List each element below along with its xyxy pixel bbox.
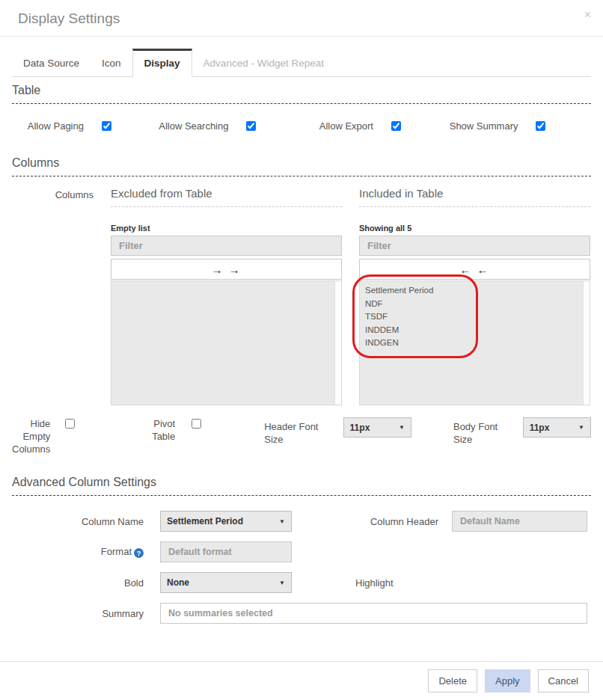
- move-all-right-button[interactable]: → →: [111, 259, 342, 280]
- apply-button[interactable]: Apply: [485, 669, 530, 693]
- section-divider: [12, 495, 591, 496]
- format-label: Format?: [12, 546, 160, 558]
- column-name-label: Column Name: [12, 516, 160, 527]
- close-icon[interactable]: ×: [584, 9, 591, 21]
- dual-list: Excluded from Table Empty list → → Inclu…: [111, 187, 591, 405]
- pivot-table-checkbox[interactable]: [192, 419, 201, 429]
- list-item[interactable]: INDDEM: [360, 324, 590, 337]
- body-font-size-label: Body Font Size: [453, 420, 508, 446]
- allow-paging-checkbox[interactable]: [102, 121, 111, 131]
- hide-empty-columns-checkbox[interactable]: [65, 419, 75, 429]
- excluded-filter-input[interactable]: [111, 236, 342, 256]
- included-filter-input[interactable]: [359, 236, 590, 256]
- excluded-status: Empty list: [111, 224, 342, 233]
- columns-row-label: Columns: [12, 187, 111, 405]
- dialog-title: Display Settings: [18, 10, 585, 27]
- excluded-list-wrap: [111, 280, 342, 405]
- included-list-wrap: Settlement Period NDF TSDF INDDEM INDGEN: [359, 280, 590, 405]
- list-item[interactable]: INDGEN: [360, 337, 590, 350]
- help-icon[interactable]: ?: [134, 548, 144, 558]
- allow-paging-label: Allow Paging: [12, 120, 102, 132]
- allow-paging-group: Allow Paging: [12, 120, 157, 132]
- column-name-row: Column Name Settlement Period ▼ Column H…: [12, 511, 591, 532]
- cancel-button[interactable]: Cancel: [538, 669, 589, 693]
- format-input[interactable]: [160, 541, 292, 562]
- columns-dual-list-row: Columns Excluded from Table Empty list →…: [12, 187, 591, 405]
- dialog-footer: Delete Apply Cancel: [0, 661, 603, 700]
- summary-label: Summary: [12, 608, 160, 619]
- list-item[interactable]: TSDF: [360, 310, 590, 324]
- table-section-title: Table: [12, 77, 591, 103]
- chevron-down-icon: ▼: [279, 518, 285, 525]
- included-status: Showing all 5: [359, 224, 590, 233]
- tab-advanced-widget-repeat[interactable]: Advanced - Widget Repeat: [192, 51, 335, 76]
- highlight-label: Highlight: [292, 577, 452, 589]
- list-item[interactable]: NDF: [360, 298, 590, 311]
- column-header-input[interactable]: [452, 511, 587, 532]
- included-list[interactable]: Settlement Period NDF TSDF INDDEM INDGEN: [359, 280, 590, 405]
- tab-data-source[interactable]: Data Source: [12, 51, 91, 76]
- body-font-size-select[interactable]: 11px ▼: [523, 417, 591, 438]
- display-settings-dialog: Display Settings × Data Source Icon Disp…: [0, 0, 603, 700]
- tab-icon[interactable]: Icon: [91, 51, 132, 76]
- allow-export-group: Allow Export: [302, 120, 447, 132]
- hide-empty-columns-label: Hide Empty Columns: [12, 417, 50, 455]
- bold-value: None: [167, 577, 279, 588]
- advanced-section-title: Advanced Column Settings: [12, 469, 591, 495]
- tab-display[interactable]: Display: [132, 49, 192, 77]
- table-options-row: Allow Paging Allow Searching Allow Expor…: [12, 104, 591, 150]
- section-divider: [12, 176, 591, 176]
- allow-export-label: Allow Export: [302, 120, 391, 132]
- excluded-panel: Excluded from Table Empty list → →: [111, 187, 342, 405]
- tab-bar: Data Source Icon Display Advanced - Widg…: [12, 49, 591, 77]
- header-font-size-label: Header Font Size: [264, 420, 326, 446]
- show-summary-group: Show Summary: [447, 120, 592, 132]
- excluded-list-scrollbar[interactable]: [334, 281, 341, 405]
- allow-searching-label: Allow Searching: [157, 120, 247, 132]
- bold-row: Bold None ▼ Highlight: [12, 572, 591, 593]
- chevron-down-icon: ▼: [279, 580, 285, 586]
- double-right-arrow-icon: → →: [211, 263, 241, 276]
- summary-row: Summary: [12, 603, 591, 624]
- header-font-size-value: 11px: [350, 423, 399, 433]
- column-name-value: Settlement Period: [167, 516, 279, 526]
- bold-select[interactable]: None ▼: [160, 572, 292, 593]
- allow-searching-checkbox[interactable]: [246, 121, 256, 131]
- column-name-select[interactable]: Settlement Period ▼: [160, 511, 292, 532]
- included-list-scrollbar[interactable]: [583, 281, 590, 405]
- list-item[interactable]: Settlement Period: [360, 284, 590, 298]
- show-summary-label: Show Summary: [447, 120, 536, 132]
- dialog-content: Table Allow Paging Allow Searching Allow…: [0, 77, 603, 661]
- allow-export-checkbox[interactable]: [391, 121, 401, 131]
- summary-input[interactable]: [160, 603, 587, 624]
- included-panel: Included in Table Showing all 5 ← ← Sett…: [359, 187, 590, 405]
- move-all-left-button[interactable]: ← ←: [359, 259, 590, 280]
- chevron-down-icon: ▼: [399, 424, 405, 431]
- excluded-list[interactable]: [111, 280, 342, 405]
- format-row: Format?: [12, 541, 591, 562]
- column-header-label: Column Header: [292, 516, 452, 527]
- header-font-size-select[interactable]: 11px ▼: [343, 417, 411, 438]
- allow-searching-group: Allow Searching: [157, 120, 302, 132]
- body-font-size-value: 11px: [530, 423, 578, 433]
- included-panel-title: Included in Table: [359, 187, 590, 207]
- columns-section-title: Columns: [12, 150, 591, 176]
- double-left-arrow-icon: ← ←: [459, 263, 489, 276]
- delete-button[interactable]: Delete: [428, 669, 477, 693]
- excluded-panel-title: Excluded from Table: [111, 187, 342, 207]
- pivot-table-label: Pivot Table: [147, 417, 175, 443]
- show-summary-checkbox[interactable]: [536, 121, 545, 131]
- dialog-header: Display Settings ×: [0, 0, 603, 37]
- column-options-row: Hide Empty Columns Pivot Table Header Fo…: [12, 405, 591, 469]
- bold-label: Bold: [12, 577, 160, 589]
- chevron-down-icon: ▼: [578, 424, 584, 431]
